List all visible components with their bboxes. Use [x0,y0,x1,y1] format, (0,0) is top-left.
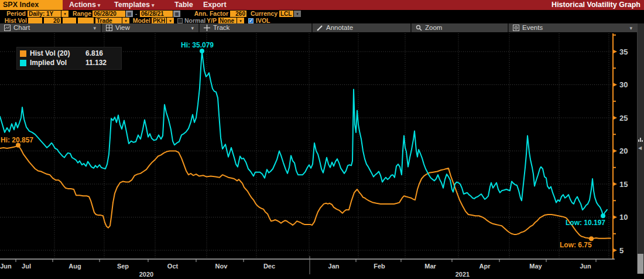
period-dropdown-icon[interactable]: ▾ [61,11,68,17]
ivol-checkbox[interactable]: ✓ [248,18,254,23]
month-label: Jun [0,263,12,270]
annotation-label: Low: 6.75 [560,241,592,249]
y-tick-label: 10 [619,213,628,222]
annotation-label: Hi: 35.079 [181,41,214,49]
annotation-label: Hi: 20.857 [1,136,33,144]
crosshair-icon [204,25,210,31]
year-label: 2020 [139,271,153,278]
chart-icon [4,25,11,31]
implied-vol-swatch [20,60,26,66]
ann-factor-label: Ann. Factor [193,11,228,17]
chevron-down-icon: ▾ [98,2,101,8]
chevron-down-icon: ▾ [93,25,96,31]
toolbar-annotate-button[interactable]: Annotate [313,23,412,32]
range-label: Range [71,11,91,17]
scrollbar-thumb[interactable] [638,254,643,274]
period-field[interactable]: Daily: 1Y [28,11,61,17]
currency-label: Currency [251,11,278,17]
toolbar-view-button[interactable]: View ▾ [102,23,200,32]
y-tick-label: 20 [619,147,628,155]
collapse-left-icon[interactable]: ◀ [638,146,642,151]
y-tick-label: 35 [619,47,628,56]
menu-export[interactable]: Export [203,0,227,10]
magnifier-icon [416,25,422,31]
y-tick-arrow [613,116,617,120]
implied-vol-line [0,51,607,216]
currency-dropdown-icon[interactable]: ▾ [294,11,301,17]
month-label: Feb [374,263,385,270]
legend-row-implied-vol[interactable]: Implied Vol 11.132 [20,58,118,67]
ann-factor-field[interactable]: 260 [230,11,246,17]
month-label: Sep [117,263,129,270]
security-ticker-box[interactable]: SPX Index [0,0,63,10]
view-grid-icon [106,25,112,31]
y-tick-label: 25 [619,114,628,123]
y-tick-arrow [613,83,617,87]
menu-templates[interactable]: Templates▾ [114,0,154,10]
toolbar-chart-button[interactable]: Chart ▾ [0,23,102,32]
y-tick-label: 30 [619,80,628,89]
month-label: Aug [68,263,81,270]
y-tick-arrow [613,50,617,54]
menu-actions[interactable]: Actions▾ [69,0,100,10]
chart-toolbar: Chart ▾ View ▾ Track Annotate Zoom Event… [0,23,637,32]
period-label: Period [4,11,26,17]
chart-legend: Hist Vol (20) 6.816 Implied Vol 11.132 [16,47,122,70]
calendar-icon[interactable]: ▦ [126,11,133,17]
chevron-down-icon: ▾ [152,2,155,8]
annotation-label: Low: 10.197 [566,219,605,227]
y-tick-arrow [613,249,617,253]
year-label: 2021 [455,271,470,278]
month-label: Jul [22,263,31,270]
range-dash: - [135,11,137,17]
page-title: Historical Volatility Graph [551,0,640,10]
month-label: Mar [424,263,436,270]
toolbar-events-button[interactable]: Events ▾ [509,23,637,32]
y-tick-label: 5 [619,246,624,255]
y-tick-arrow [613,182,617,186]
currency-field[interactable]: LCL [279,11,293,17]
bloomberg-hvg-window: SPX Index Actions▾ Templates▾ Table Expo… [0,0,644,279]
mini-chart-icon[interactable] [638,134,643,144]
title-menu-bar: SPX Index Actions▾ Templates▾ Table Expo… [0,0,644,10]
toolbar-track-button[interactable]: Track [200,23,313,32]
month-label: Jan [328,263,340,270]
annotation-marker [200,49,204,53]
chevron-down-icon: ▾ [191,25,194,31]
month-label: Apr [479,263,491,270]
y-tick-arrow [613,149,617,153]
y-tick-arrow [613,215,617,219]
normal-checkbox[interactable] [177,18,183,23]
range-end-field[interactable]: 06/28/21 [140,11,173,17]
annotation-marker [601,213,605,218]
toolbar-zoom-button[interactable]: Zoom [412,23,509,32]
calendar-icon[interactable]: ▦ [173,11,180,17]
y-tick-label: 15 [619,180,628,189]
month-label: Dec [263,263,275,270]
month-label: May [529,263,542,270]
month-label: Jun [580,263,591,270]
settings-row-1: Period Daily: 1Y ▾ Range 06/28/20 ▦ - 06… [0,11,644,18]
range-start-field[interactable]: 06/28/20 [93,11,125,17]
legend-row-hist-vol[interactable]: Hist Vol (20) 6.816 [20,49,118,58]
hist-vol-swatch [20,50,26,57]
month-label: Oct [167,263,179,270]
events-icon [513,25,519,31]
menu-table[interactable]: Table [174,0,193,10]
chevron-down-icon: ▾ [629,25,632,31]
month-label: Nov [215,263,228,270]
pencil-icon [317,25,323,31]
